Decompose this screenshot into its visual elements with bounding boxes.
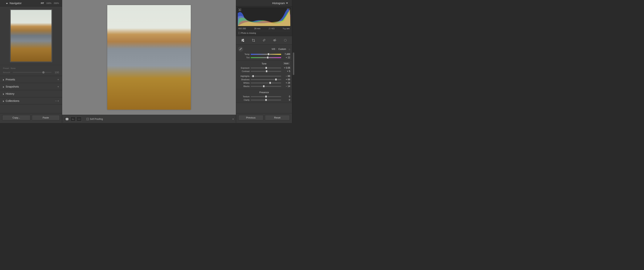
tone-header: Tone Auto (238, 62, 290, 66)
crop-icon[interactable] (251, 38, 256, 43)
expand-icon (3, 79, 4, 81)
left-accordion: Presets + Snapshots + History Collection… (0, 76, 62, 104)
right-panel: Histogram ISO 200 28 mm ƒ / 4.5 ¹⁄₄₀₀ (236, 0, 292, 123)
masking-icon[interactable] (283, 38, 288, 43)
histogram-header[interactable]: Histogram (236, 0, 292, 6)
tint-slider[interactable] (251, 57, 281, 58)
slider-thumb[interactable] (265, 95, 267, 98)
right-footer: Previous Reset (236, 113, 292, 123)
slider-thumb[interactable] (268, 53, 270, 55)
copy-button[interactable]: Copy... (2, 115, 30, 120)
contrast-slider[interactable] (251, 71, 281, 72)
aperture-value: ƒ / 4.5 (269, 27, 274, 30)
zoom-controls: FIT 100% 200% (41, 2, 59, 4)
checkbox-icon[interactable] (86, 118, 89, 120)
slider-thumb[interactable] (267, 56, 269, 59)
whites-slider-row: Whites + 28 (238, 81, 290, 85)
dropdown-icon[interactable]: ◇ (289, 48, 290, 50)
texture-slider[interactable] (251, 96, 281, 97)
center-panel: RA Y Y Soft Proofing ▾ (62, 0, 236, 123)
wb-group: WB : Custom ◇ Temp 7,489 Tint + 22 (236, 45, 292, 61)
right-scrollbar[interactable] (292, 0, 295, 123)
minus-plus-icon[interactable]: − + (55, 99, 59, 102)
amount-row: Amount 100 (3, 71, 59, 74)
wb-label: WB : (272, 48, 276, 50)
expand-icon (3, 93, 4, 95)
previous-button[interactable]: Previous (238, 115, 264, 120)
accordion-collections[interactable]: Collections − + (0, 97, 62, 104)
accordion-presets[interactable]: Presets + (0, 76, 62, 83)
accordion-history[interactable]: History (0, 90, 62, 97)
slider-thumb[interactable] (265, 99, 267, 101)
svg-rect-0 (66, 118, 68, 120)
shadows-slider[interactable] (251, 79, 281, 80)
exposure-slider-row: Exposure + 0.05 (238, 66, 290, 70)
navigator-preview[interactable] (0, 6, 62, 65)
redeye-icon[interactable] (272, 38, 277, 43)
tint-value[interactable]: + 22 (282, 56, 290, 59)
before-after-ra-icon[interactable]: RA (70, 117, 76, 121)
reset-button[interactable]: Reset (265, 115, 290, 120)
before-after-yy-icon[interactable]: Y Y (76, 117, 82, 121)
zoom-100[interactable]: 100% (46, 2, 52, 4)
whites-slider[interactable] (251, 82, 281, 83)
canvas-area[interactable] (62, 0, 236, 115)
presence-group: Presence Texture 0 Clarity 0 (236, 89, 292, 103)
preset-box: Preset : None Amount 100 (0, 65, 62, 76)
soft-proofing-toggle[interactable]: Soft Proofing (86, 118, 103, 120)
slider-thumb[interactable] (263, 85, 265, 87)
exposure-slider[interactable] (251, 68, 281, 68)
navigator-header[interactable]: Navigator FIT 100% 200% (0, 0, 62, 6)
amount-thumb[interactable] (42, 71, 44, 73)
amount-slider[interactable] (13, 72, 52, 73)
tool-strip (236, 36, 292, 45)
slider-thumb[interactable] (252, 75, 254, 77)
wb-mode-select[interactable]: Custom (278, 48, 286, 50)
svg-point-10 (273, 40, 276, 41)
zoom-fit[interactable]: FIT (41, 2, 44, 4)
presence-header: Presence (238, 90, 290, 95)
temp-slider[interactable] (251, 54, 281, 55)
auto-tone-button[interactable]: Auto (282, 62, 290, 65)
view-mode-buttons: RA Y Y (64, 117, 82, 121)
healing-icon[interactable] (262, 38, 266, 43)
temp-value[interactable]: 7,489 (282, 53, 290, 56)
histogram-chart[interactable] (238, 8, 290, 26)
shadows-slider-row: Shadows + 68 (238, 78, 290, 81)
photo-missing-warning: Photo is missing (238, 31, 290, 35)
main-photo (107, 5, 191, 110)
slider-thumb[interactable] (266, 70, 268, 72)
eyedropper-icon[interactable] (238, 47, 243, 52)
adjust-panels: WB : Custom ◇ Temp 7,489 Tint + 22 (236, 45, 292, 113)
focal-value: 28 mm (254, 27, 260, 30)
app-root: Navigator FIT 100% 200% Preset : None Am… (0, 0, 295, 123)
svg-text:RA: RA (72, 118, 74, 120)
plus-icon[interactable]: + (58, 85, 59, 88)
edit-sliders-icon[interactable] (240, 38, 245, 43)
slider-thumb[interactable] (269, 82, 271, 84)
highlights-slider-row: Highlights − 88 (238, 74, 290, 78)
left-panel: Navigator FIT 100% 200% Preset : None Am… (0, 0, 62, 123)
photo-metadata: ISO 200 28 mm ƒ / 4.5 ¹⁄₄₀₀ sec (238, 26, 290, 30)
collapse-icon (6, 3, 8, 4)
blacks-slider-row: Blacks − 14 (238, 85, 290, 88)
zoom-200[interactable]: 200% (54, 2, 59, 4)
plus-icon[interactable]: + (58, 78, 59, 81)
clarity-slider[interactable] (251, 100, 281, 100)
blacks-slider[interactable] (251, 86, 281, 87)
svg-point-13 (284, 39, 286, 41)
expand-icon (3, 86, 4, 88)
highlights-slider[interactable] (251, 76, 281, 77)
scrollbar-thumb[interactable] (293, 53, 294, 75)
amount-value: 100 (53, 71, 59, 74)
paste-button[interactable]: Paste (32, 115, 60, 120)
texture-slider-row: Texture 0 (238, 95, 290, 98)
loupe-view-icon[interactable] (64, 117, 70, 121)
slider-thumb[interactable] (275, 78, 277, 81)
expand-icon (3, 100, 4, 102)
navigator-title: Navigator (10, 2, 22, 5)
toolbar-expand-icon[interactable]: ▾ (232, 118, 234, 120)
temp-slider-row: Temp 7,489 (238, 53, 290, 56)
slider-thumb[interactable] (265, 67, 267, 69)
accordion-snapshots[interactable]: Snapshots + (0, 83, 62, 90)
